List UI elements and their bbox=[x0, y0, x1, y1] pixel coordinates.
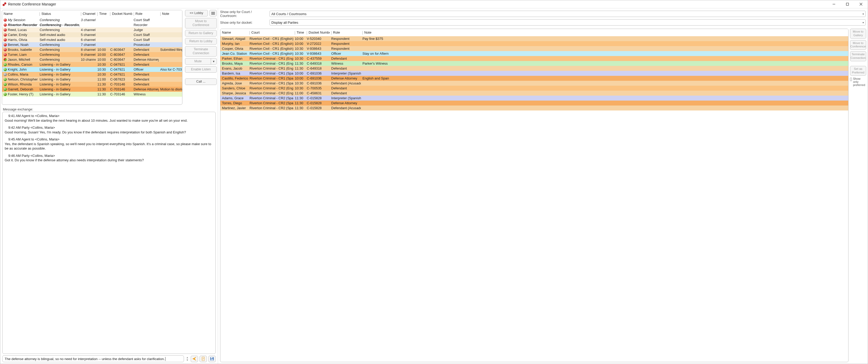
col-header[interactable]: Name bbox=[220, 29, 248, 36]
table-row[interactable]: Knight, JohnListening - in Gallery10:30C… bbox=[2, 67, 182, 72]
table-row[interactable]: Carter, EmilySelf-muted audio5 channelCo… bbox=[2, 32, 182, 37]
terminate-connection-button-right[interactable]: Terminate Connection bbox=[850, 51, 866, 61]
table-row[interactable]: Brooks, MayaRiverton Criminal - CR1 (Eng… bbox=[220, 61, 848, 66]
lobby-button[interactable]: << Lobby bbox=[185, 10, 208, 17]
move-to-conference-button-right[interactable]: Move to Conference bbox=[850, 40, 866, 50]
col-header[interactable]: Status bbox=[38, 10, 80, 18]
move-to-gallery-button[interactable]: Move to Gallery bbox=[850, 29, 866, 38]
col-header[interactable]: Docket Number bbox=[108, 10, 132, 18]
participants-table[interactable]: NameStatusChannelTimeDocket NumberRoleNo… bbox=[2, 10, 182, 97]
return-to-lobby-button[interactable]: Return to Lobby bbox=[185, 38, 217, 45]
show-only-preferred-label: Show only preferred bbox=[853, 77, 866, 86]
table-row[interactable]: Martinez, JavierRiverton Criminal - CR2 … bbox=[220, 106, 848, 110]
table-row[interactable]: Reed, LucasConferencing4 channelJudge bbox=[2, 27, 182, 32]
save-icon bbox=[210, 357, 214, 361]
col-header[interactable]: Role bbox=[132, 10, 159, 18]
status-dot-icon bbox=[4, 63, 7, 66]
participants-panel: NameStatusChannelTimeDocket NumberRoleNo… bbox=[2, 10, 182, 105]
col-header[interactable]: Time bbox=[96, 10, 108, 18]
table-row[interactable]: Nelson, ChristopherListening - in Galler… bbox=[2, 77, 182, 82]
table-row[interactable]: Jean Co. Station 6Riverton Civil - CR1 (… bbox=[220, 51, 848, 56]
table-row[interactable]: Agreda, JoseRiverton Criminal - CR1 (Spa… bbox=[220, 81, 848, 86]
stepper-up-icon[interactable]: ▲ bbox=[186, 356, 189, 359]
document-icon bbox=[201, 357, 205, 361]
col-header[interactable]: Note bbox=[361, 29, 848, 36]
table-row[interactable]: Sanders, ChloeRiverton Criminal - CR2 (E… bbox=[220, 86, 848, 91]
message-history-stepper[interactable]: ▲ ▼ bbox=[186, 356, 189, 361]
table-row[interactable]: Jaxon, MitchellConferencing10 channel10:… bbox=[2, 57, 182, 62]
status-dot-icon bbox=[4, 24, 7, 27]
status-dot-icon bbox=[4, 53, 7, 56]
table-row[interactable]: Wilson, RhondaListening - in Gallery11:3… bbox=[2, 82, 182, 87]
table-row[interactable]: Evans, JacobRiverton Criminal - CR1 (Eng… bbox=[220, 66, 848, 71]
svg-rect-14 bbox=[211, 359, 213, 360]
message-entry: 9:45 AM Agent to <Collins, Maria>Yes, th… bbox=[5, 137, 213, 151]
window-maximize-button[interactable] bbox=[843, 1, 852, 7]
table-row[interactable]: Torres, DiegoRiverton Criminal - CR2 (Sp… bbox=[220, 101, 848, 106]
call-button[interactable]: Call ... bbox=[185, 78, 217, 85]
table-row[interactable]: Brooks, IsabelleConferencing8 channel10:… bbox=[2, 47, 182, 52]
table-row[interactable]: Murphy, IanRiverton Civil - CR1 (English… bbox=[220, 41, 848, 46]
parties-table[interactable]: NameCourtTimeDocket NumberRoleNote Stewa… bbox=[220, 29, 848, 110]
court-filter-combo[interactable]: All Courts / Courtrooms ▾ bbox=[270, 11, 866, 17]
send-message-button[interactable] bbox=[191, 356, 198, 362]
table-row[interactable]: Rhodes, CarsonListening - in Gallery10:3… bbox=[2, 62, 182, 67]
col-header[interactable]: Channel bbox=[80, 10, 96, 18]
col-header[interactable]: Role bbox=[330, 29, 361, 36]
message-exchange-panel: Message exchange: 9:41 AM Agent to <Coll… bbox=[0, 106, 218, 364]
message-save-button[interactable] bbox=[209, 356, 216, 362]
table-row[interactable]: Cooper, OliviaRiverton Civil - CR1 (Engl… bbox=[220, 46, 848, 51]
titlebar: Remote Conference Manager bbox=[0, 0, 868, 8]
mute-button[interactable]: Mute bbox=[185, 58, 211, 65]
filters-panel: Show only for Court / Courtroom: All Cou… bbox=[218, 8, 868, 29]
window-close-button[interactable] bbox=[856, 1, 866, 7]
message-template-button[interactable] bbox=[199, 356, 207, 362]
docket-filter-label: Show only for docket: bbox=[220, 21, 267, 25]
col-header[interactable]: Time bbox=[293, 29, 305, 36]
message-entry: 9:46 AM Party <Collins, Maria>Got it. Do… bbox=[5, 153, 213, 163]
col-header[interactable]: Note bbox=[159, 10, 182, 18]
court-filter-label: Show only for Court / Courtroom: bbox=[220, 10, 267, 18]
status-dot-icon bbox=[4, 83, 7, 86]
chevron-down-icon: ▾ bbox=[863, 21, 864, 24]
docket-filter-combo[interactable]: Display all Parties ▾ bbox=[270, 19, 866, 26]
message-draft-text: The defense attorney is bilingual, so no… bbox=[5, 357, 165, 361]
table-row[interactable]: Stewart, AbigailRiverton Civil - CR1 (En… bbox=[220, 36, 848, 41]
table-row[interactable]: Castillo, FedericoRiverton Criminal - CR… bbox=[220, 76, 848, 81]
table-row[interactable]: Riverton Recorder 1Conferencing - Record… bbox=[2, 22, 182, 27]
window-minimize-button[interactable] bbox=[829, 1, 839, 7]
move-to-conference-button[interactable]: Move to Conference bbox=[185, 18, 217, 28]
hamburger-menu-button[interactable] bbox=[210, 10, 217, 17]
table-row[interactable]: Collins, MariaListening - in Gallery10:3… bbox=[2, 72, 182, 77]
message-input[interactable]: The defense attorney is bilingual, so no… bbox=[2, 356, 184, 362]
status-dot-icon bbox=[4, 19, 7, 22]
enable-listen-button[interactable]: Enable Listen bbox=[185, 66, 217, 73]
table-row[interactable]: Harris, OliviaSelf-muted audio6 channelC… bbox=[2, 37, 182, 42]
show-only-preferred-checkbox[interactable]: Show only preferred bbox=[850, 77, 866, 86]
message-entry: 9:42 AM Party <Collins, Maria>Good morni… bbox=[5, 125, 213, 135]
table-row[interactable]: Foster, Henry (T)Listening - in Gallery1… bbox=[2, 92, 182, 97]
col-header[interactable]: Docket Number bbox=[305, 29, 330, 36]
status-dot-icon bbox=[4, 43, 7, 46]
table-row[interactable]: Sharpe, JessicaRiverton Criminal - CR2 (… bbox=[220, 91, 848, 95]
table-row[interactable]: Parker, EthanRiverton Criminal - CR1 (En… bbox=[220, 56, 848, 61]
terminate-connection-button[interactable]: Terminate Connection bbox=[185, 46, 217, 57]
table-row[interactable]: Bardem, IsaRiverton Criminal - CR1 (Span… bbox=[220, 71, 848, 76]
set-as-preferred-button[interactable]: Set as Preferred bbox=[850, 66, 866, 76]
stepper-down-icon[interactable]: ▼ bbox=[186, 359, 189, 361]
message-entry: 9:41 AM Agent to <Collins, Maria>Good mo… bbox=[5, 114, 213, 123]
table-row[interactable]: Bennet, NoahConferencing7 channelProsecu… bbox=[2, 42, 182, 47]
message-log[interactable]: 9:41 AM Agent to <Collins, Maria>Good mo… bbox=[2, 112, 216, 354]
mute-split-button[interactable]: Mute ▾ bbox=[185, 58, 217, 65]
court-filter-value: All Courts / Courtrooms bbox=[271, 12, 307, 16]
window-title: Remote Conference Manager bbox=[8, 2, 829, 6]
col-header[interactable]: Court bbox=[248, 29, 293, 36]
col-header[interactable]: Name bbox=[2, 10, 38, 18]
table-row[interactable]: My SessionConferencing3 channelCourt Sta… bbox=[2, 18, 182, 22]
table-row[interactable]: Turner, LiamConferencing9 channel10:00C-… bbox=[2, 52, 182, 57]
mute-dropdown[interactable]: ▾ bbox=[211, 58, 217, 65]
return-to-gallery-button[interactable]: Return to Gallery bbox=[185, 30, 217, 36]
table-row[interactable]: Garrett, DeborahListening - in Gallery11… bbox=[2, 87, 182, 92]
table-row[interactable]: Adams, GraceRiverton Criminal - CR2 (Spa… bbox=[220, 95, 848, 101]
status-dot-icon bbox=[4, 33, 7, 36]
